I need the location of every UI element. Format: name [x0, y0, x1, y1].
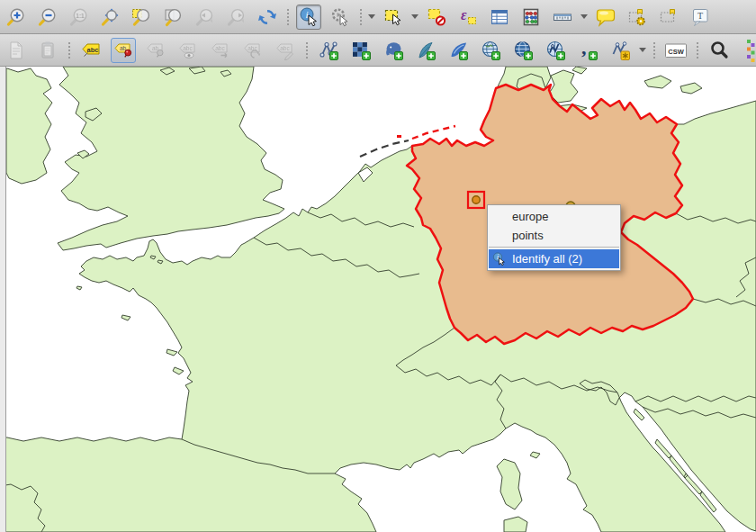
change-label-button: abc — [273, 38, 298, 63]
svg-text:ab: ab — [152, 44, 159, 50]
menu-separator — [489, 247, 619, 248]
text-annotation-icon: T — [690, 7, 710, 27]
add-postgis-layer-icon — [383, 41, 403, 60]
select-features-button[interactable] — [381, 5, 406, 30]
europe-map[interactable] — [0, 67, 756, 532]
metasearch-csw-button[interactable]: CSW — [663, 38, 688, 63]
red-island-speck — [397, 135, 401, 138]
svg-text:T: T — [698, 10, 703, 20]
toolbar-separator — [68, 42, 70, 59]
highlight-pinned-labels-icon: ab — [146, 41, 166, 60]
highlight-pinned-labels-button: ab — [143, 38, 168, 63]
show-bookmarks-button[interactable] — [656, 5, 681, 30]
svg-text:CSW: CSW — [668, 47, 684, 55]
rotate-label-button: abc — [240, 38, 266, 63]
deselect-features-icon — [427, 7, 446, 27]
layer-labeling-icon: abc — [81, 41, 101, 60]
composer-manager-button — [35, 38, 60, 63]
add-spatialite-layer-button[interactable] — [413, 38, 438, 63]
menu-item-label: Identify all (2) — [512, 249, 582, 268]
add-raster-layer-button[interactable] — [348, 38, 374, 63]
attribute-table-icon — [490, 7, 509, 27]
field-calculator-icon — [521, 7, 541, 27]
new-bookmark-icon — [627, 7, 647, 27]
add-mssql-layer-button[interactable] — [446, 38, 471, 63]
text-annotation-button[interactable]: T — [688, 5, 713, 30]
dropdown-arrow-icon[interactable] — [580, 14, 588, 19]
add-spatialite-layer-icon — [416, 41, 436, 60]
zoom-actual-size-button: 1:1 — [66, 5, 91, 30]
add-wms-layer-button[interactable] — [478, 38, 503, 63]
add-delimited-text-layer-button[interactable]: , — [575, 38, 600, 63]
identify-button[interactable]: i — [296, 5, 321, 30]
toolbar-handle-icon[interactable] — [746, 39, 755, 62]
select-rectangle-icon — [383, 7, 403, 27]
identify-icon: i — [299, 7, 319, 27]
add-wcs-layer-icon — [513, 41, 533, 60]
add-virtual-layer-icon — [610, 41, 630, 60]
show-hide-labels-button: abc — [176, 38, 201, 63]
add-delimited-text-layer-icon: , — [578, 41, 598, 60]
add-vector-layer-icon — [319, 41, 338, 60]
zoom-next-button — [223, 5, 248, 30]
menu-item-identify-all[interactable]: i Identify all (2) — [489, 249, 619, 268]
pin-labels-button[interactable]: ab — [111, 38, 136, 63]
canvas-left-panel-edge — [0, 67, 6, 532]
map-tips-button[interactable] — [593, 5, 618, 30]
new-bookmark-button[interactable] — [625, 5, 650, 30]
refresh-button[interactable] — [255, 5, 280, 30]
refresh-icon — [257, 7, 277, 27]
move-label-icon: abc — [211, 41, 230, 60]
selected-point-marker — [472, 196, 480, 203]
dropdown-arrow-icon[interactable] — [368, 14, 375, 19]
pin-labels-icon: ab — [113, 41, 133, 60]
map-tips-icon — [596, 7, 616, 27]
attribute-table-button[interactable] — [487, 5, 512, 30]
map-navigation-toolbar: 1:1 i ε T — [0, 0, 756, 34]
zoom-to-selection-button[interactable] — [129, 5, 154, 30]
select-by-expression-button[interactable]: ε — [455, 5, 481, 30]
add-vector-layer-button[interactable] — [316, 38, 341, 63]
dropdown-arrow-icon[interactable] — [411, 14, 418, 19]
dropdown-arrow-icon[interactable] — [639, 48, 646, 52]
add-wcs-layer-button[interactable] — [510, 38, 536, 63]
composer-manager-icon — [38, 41, 58, 60]
deselect-features-button[interactable] — [424, 5, 449, 30]
zoom-full-extent-button[interactable] — [97, 5, 122, 30]
search-icon — [709, 41, 729, 60]
add-raster-layer-icon — [351, 41, 371, 60]
svg-text:ab: ab — [120, 44, 127, 50]
add-mssql-layer-icon — [448, 41, 468, 60]
menu-item-points[interactable]: points — [488, 226, 620, 245]
zoom-out-icon — [37, 7, 57, 27]
add-wfs-layer-button[interactable] — [543, 38, 568, 63]
zoom-out-button[interactable] — [34, 5, 59, 30]
zoom-to-selection-icon — [131, 7, 151, 27]
zoom-to-layer-button[interactable] — [160, 5, 185, 30]
add-virtual-layer-button[interactable] — [608, 38, 633, 63]
toolbar-separator — [653, 42, 655, 59]
show-hide-labels-icon: abc — [178, 41, 198, 60]
search-button[interactable] — [706, 38, 732, 63]
zoom-actual-size-icon: 1:1 — [68, 7, 88, 27]
measure-icon — [553, 7, 572, 27]
toolbar-separator — [360, 9, 362, 25]
add-postgis-layer-button[interactable] — [381, 38, 406, 63]
zoom-full-extent-icon — [100, 7, 120, 27]
run-feature-action-icon — [330, 7, 350, 27]
run-feature-action-button[interactable] — [328, 5, 353, 30]
svg-text:abc: abc — [280, 44, 290, 50]
field-calculator-button[interactable] — [518, 5, 544, 30]
map-canvas[interactable]: europe points i Identify all (2) — [0, 67, 756, 532]
svg-text:i: i — [497, 253, 499, 261]
add-wfs-layer-icon — [545, 41, 565, 60]
zoom-in-button[interactable] — [3, 5, 28, 30]
change-label-icon: abc — [275, 41, 295, 60]
show-bookmarks-icon — [659, 7, 679, 27]
move-label-button: abc — [208, 38, 233, 63]
zealand-island — [549, 70, 578, 103]
layer-labeling-button[interactable]: abc — [78, 38, 104, 63]
menu-item-europe[interactable]: europe — [488, 207, 620, 226]
toolbar-separator — [287, 9, 289, 25]
measure-button[interactable] — [550, 5, 575, 30]
